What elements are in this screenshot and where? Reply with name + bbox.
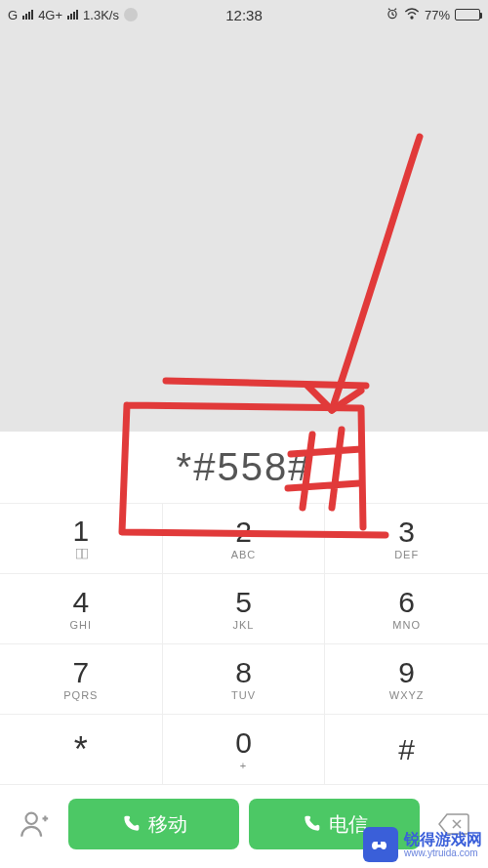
key-7[interactable]: 7 PQRS xyxy=(0,644,163,715)
key-1[interactable]: 1 ⌷⌷ xyxy=(0,504,163,574)
key-6[interactable]: 6 MNO xyxy=(325,574,488,644)
key-digit: 9 xyxy=(398,658,415,687)
data-speed-label: 1.3K/s xyxy=(83,8,119,22)
key-digit: 8 xyxy=(235,658,252,687)
call-sim1-label: 移动 xyxy=(148,811,187,838)
watermark: 锐得游戏网 www.ytruida.com xyxy=(363,827,482,862)
key-sub: TUV xyxy=(231,689,256,701)
call-sim1-button[interactable]: 移动 xyxy=(68,799,239,849)
wechat-icon xyxy=(124,8,138,21)
key-sub: MNO xyxy=(392,619,421,631)
key-sub: GHI xyxy=(70,619,93,631)
voicemail-icon: ⌷⌷ xyxy=(75,546,87,560)
key-8[interactable]: 8 TUV xyxy=(163,644,326,715)
call-sim2-label: 电信 xyxy=(329,811,368,838)
keypad: 1 ⌷⌷ 2 ABC 3 DEF 4 GHI 5 JKL 6 MNO 7 PQR… xyxy=(0,504,488,785)
dial-history-area xyxy=(0,29,488,432)
key-digit: 6 xyxy=(398,588,415,617)
key-digit: 3 xyxy=(398,517,415,547)
status-left: G 4G+ 1.3K/s xyxy=(8,8,138,22)
key-sub: ABC xyxy=(231,549,257,560)
key-sub: DEF xyxy=(394,549,419,560)
battery-percent-label: 77% xyxy=(425,8,450,22)
key-digit: 1 xyxy=(72,517,89,546)
key-hash[interactable]: # xyxy=(325,715,488,785)
gamepad-icon xyxy=(363,827,398,862)
key-digit: 7 xyxy=(72,658,89,687)
phone-icon xyxy=(302,814,321,834)
key-sub: PQRS xyxy=(63,689,98,701)
svg-point-1 xyxy=(411,17,413,19)
network-g-label: G xyxy=(8,8,18,22)
key-5[interactable]: 5 JKL xyxy=(163,574,326,644)
key-digit: 0 xyxy=(235,728,252,758)
entered-number: *#558# xyxy=(177,445,312,489)
key-sub: WXYZ xyxy=(389,689,425,701)
key-digit: * xyxy=(74,732,88,767)
svg-point-2 xyxy=(26,813,37,824)
key-digit: # xyxy=(398,735,415,765)
signal-bars-icon xyxy=(67,10,78,20)
key-2[interactable]: 2 ABC xyxy=(163,504,326,574)
key-digit: 5 xyxy=(235,588,252,617)
status-bar: G 4G+ 1.3K/s 12:38 77% xyxy=(0,0,488,29)
signal-bars-icon xyxy=(22,10,33,20)
key-digit: 4 xyxy=(72,588,89,617)
watermark-sub: www.ytruida.com xyxy=(404,847,482,858)
add-contact-button[interactable] xyxy=(10,800,59,848)
wifi-icon xyxy=(404,8,420,22)
phone-icon xyxy=(121,814,141,834)
key-0[interactable]: 0 + xyxy=(163,715,326,785)
key-9[interactable]: 9 WXYZ xyxy=(325,644,488,715)
watermark-main: 锐得游戏网 xyxy=(404,831,482,848)
key-digit: 2 xyxy=(235,517,252,547)
key-sub: + xyxy=(240,760,247,771)
clock-label: 12:38 xyxy=(225,7,263,23)
status-right: 77% xyxy=(386,7,480,23)
battery-icon xyxy=(455,9,480,21)
alarm-icon xyxy=(386,7,399,23)
network-4g-label: 4G+ xyxy=(38,8,62,22)
dial-display: *#558# xyxy=(0,432,488,504)
key-sub: JKL xyxy=(233,619,255,631)
key-star[interactable]: * xyxy=(0,715,163,785)
key-4[interactable]: 4 GHI xyxy=(0,574,163,644)
key-3[interactable]: 3 DEF xyxy=(325,504,488,574)
